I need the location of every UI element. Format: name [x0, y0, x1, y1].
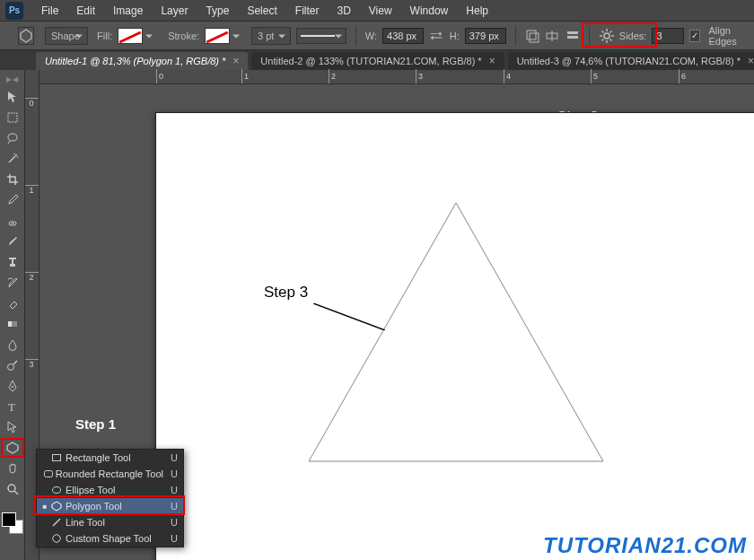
svg-rect-25 — [9, 258, 16, 259]
app-logo: Ps — [5, 2, 23, 20]
tab-untitled-3[interactable]: Untitled-3 @ 74,6% (TUTORIAN21.COM, RGB/… — [508, 52, 754, 70]
pen-tool[interactable] — [1, 376, 24, 396]
shape-tool-flyout: Rectangle Tool U Rounded Rectangle Tool … — [36, 449, 184, 547]
move-tool[interactable] — [1, 87, 24, 107]
rectangle-tool-item[interactable]: Rectangle Tool U — [37, 450, 183, 466]
shape-tool[interactable] — [1, 438, 24, 458]
svg-marker-32 — [7, 442, 18, 453]
polygon-tool-item[interactable]: ■ Polygon Tool U — [37, 498, 183, 514]
horizontal-ruler[interactable]: 0 1 2 3 4 5 6 — [39, 70, 754, 84]
ruler-tick: 3 — [416, 69, 423, 83]
foreground-background-colors[interactable] — [2, 512, 23, 534]
menu-filter[interactable]: Filter — [286, 0, 329, 22]
svg-point-30 — [12, 386, 13, 388]
ruler-tick: 0 — [156, 69, 163, 83]
svg-point-28 — [7, 364, 13, 371]
svg-rect-16 — [8, 113, 17, 122]
clone-stamp-tool[interactable] — [1, 252, 24, 272]
document-canvas[interactable]: Step 3 — [156, 113, 754, 560]
menu-image[interactable]: Image — [104, 0, 152, 22]
blur-tool[interactable] — [1, 335, 24, 354]
custom-shape-tool-item[interactable]: Custom Shape Tool U — [37, 530, 183, 547]
close-icon[interactable]: × — [232, 55, 239, 67]
align-edges-checkbox[interactable] — [689, 30, 699, 42]
polygon-shape[interactable] — [309, 203, 605, 463]
sides-label: Sides: — [619, 31, 647, 41]
foreground-color-swatch[interactable] — [2, 512, 16, 527]
path-options-icon[interactable] — [566, 26, 581, 46]
polygon-icon — [49, 501, 64, 512]
gear-icon[interactable] — [599, 26, 614, 46]
panel-grip[interactable]: ▶◀ — [0, 74, 24, 87]
menu-edit[interactable]: Edit — [67, 0, 104, 22]
flyout-item-label: Line Tool — [66, 517, 163, 528]
ellipse-icon — [49, 485, 64, 495]
tab-untitled-2[interactable]: Untitled-2 @ 133% (TUTORIAN21.COM, RGB/8… — [251, 52, 504, 70]
hand-tool[interactable] — [1, 459, 24, 478]
stroke-size-dropdown[interactable]: 3 pt — [251, 27, 291, 45]
tool-preset-icon[interactable] — [18, 27, 34, 45]
zoom-tool[interactable] — [1, 479, 24, 499]
options-bar: Shape Fill: Stroke: 3 pt W: ⮂ H: Sides: … — [0, 22, 754, 50]
ruler-tick: 4 — [504, 69, 511, 83]
svg-rect-23 — [10, 264, 15, 267]
marquee-tool[interactable] — [1, 108, 24, 127]
path-selection-tool[interactable] — [1, 417, 24, 437]
stroke-swatch[interactable] — [205, 28, 230, 44]
dodge-tool[interactable] — [1, 355, 24, 375]
menu-view[interactable]: View — [360, 0, 401, 22]
path-arrange-icon[interactable] — [545, 26, 560, 46]
menu-help[interactable]: Help — [457, 0, 497, 22]
svg-point-39 — [53, 487, 61, 494]
svg-text:T: T — [8, 400, 15, 413]
svg-point-19 — [13, 153, 15, 155]
history-brush-tool[interactable] — [1, 273, 24, 293]
menu-layer[interactable]: Layer — [152, 0, 197, 22]
svg-point-18 — [15, 154, 17, 156]
fill-swatch[interactable] — [118, 28, 143, 44]
menu-type[interactable]: Type — [197, 0, 238, 22]
flyout-shortcut: U — [171, 501, 178, 512]
shape-mode-label: Shape — [51, 31, 80, 41]
menu-select[interactable]: Select — [238, 0, 285, 22]
svg-rect-2 — [530, 33, 539, 42]
svg-rect-27 — [8, 321, 12, 327]
crop-tool[interactable] — [1, 170, 24, 189]
close-icon[interactable]: × — [748, 55, 754, 67]
svg-point-20 — [16, 156, 18, 158]
stroke-style-dropdown[interactable] — [296, 28, 346, 44]
menu-window[interactable]: Window — [401, 0, 458, 22]
line-icon — [49, 517, 64, 528]
svg-rect-37 — [53, 455, 61, 461]
menu-file[interactable]: File — [32, 0, 67, 22]
width-label: W: — [365, 31, 377, 41]
ellipse-tool-item[interactable]: Ellipse Tool U — [37, 482, 183, 498]
gradient-tool[interactable] — [1, 314, 24, 334]
type-tool[interactable]: T — [1, 397, 24, 416]
ruler-tick: 1 — [25, 185, 39, 195]
width-input[interactable] — [382, 28, 424, 44]
sides-input[interactable] — [652, 28, 684, 44]
eyedropper-tool[interactable] — [1, 190, 24, 210]
height-input[interactable] — [465, 28, 506, 44]
tab-untitled-1[interactable]: Untitled-1 @ 81,3% (Polygon 1, RGB/8) * … — [36, 52, 248, 70]
link-wh-icon[interactable]: ⮂ — [429, 26, 444, 46]
svg-rect-6 — [567, 36, 578, 39]
healing-brush-tool[interactable] — [1, 211, 24, 231]
lasso-tool[interactable] — [1, 128, 24, 148]
shape-mode-dropdown[interactable]: Shape — [45, 27, 88, 45]
menu-3d[interactable]: 3D — [328, 0, 359, 22]
flyout-shortcut: U — [171, 452, 178, 463]
brush-tool[interactable] — [1, 232, 24, 251]
magic-wand-tool[interactable] — [1, 149, 24, 169]
rounded-rectangle-tool-item[interactable]: Rounded Rectangle Tool U — [37, 466, 183, 482]
custom-shape-icon — [49, 533, 64, 544]
eraser-tool[interactable] — [1, 293, 24, 313]
separator — [515, 26, 516, 46]
rectangle-icon — [49, 452, 64, 463]
height-label: H: — [450, 31, 460, 41]
close-icon[interactable]: × — [489, 55, 495, 67]
annotation-step1: Step 1 — [75, 416, 116, 432]
path-align-icon[interactable] — [524, 26, 539, 46]
line-tool-item[interactable]: Line Tool U — [37, 514, 183, 530]
